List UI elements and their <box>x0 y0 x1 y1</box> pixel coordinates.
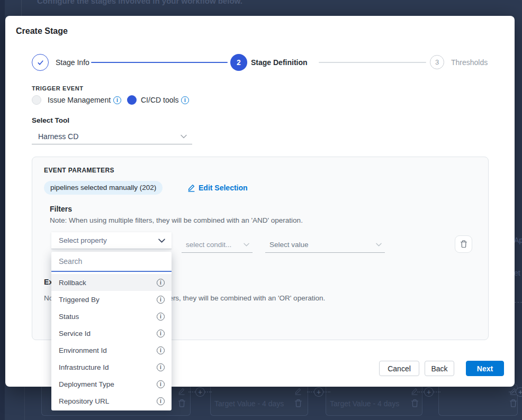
tool-select[interactable]: Harness CD <box>32 129 192 144</box>
radio-label-issue-management[interactable]: Issue Management <box>48 96 111 104</box>
trash-icon <box>294 399 302 408</box>
stepper-connector <box>91 62 228 63</box>
trigger-event-label: TRIGGER EVENT <box>32 85 84 92</box>
condition-select-placeholder: select condit... <box>186 241 244 249</box>
background-text-fragment: Ap <box>514 236 522 244</box>
event-parameters-heading: EVENT PARAMETERS <box>44 167 114 174</box>
dropdown-option-service-id[interactable]: Service Idi <box>51 325 172 342</box>
edit-icon <box>178 388 185 395</box>
step-stage-definition[interactable]: 2 <box>230 54 247 71</box>
filters-note: Note: When using multiple filters, they … <box>50 216 303 224</box>
radio-cicd-tools[interactable] <box>127 95 137 105</box>
background-sidebar-strip <box>0 0 5 420</box>
chevron-down-icon <box>376 243 382 246</box>
chevron-down-icon <box>244 243 249 246</box>
select-tool-label: Select Tool <box>32 116 69 124</box>
step-number: 2 <box>237 58 241 67</box>
step-label-thresholds: Thresholds <box>451 58 488 67</box>
step-thresholds[interactable]: 3 <box>430 55 444 69</box>
chevron-down-icon <box>181 134 187 139</box>
add-stage-connector: + <box>188 387 212 397</box>
dropdown-option-list: Rollbacki Triggered Byi Statusi Service … <box>51 272 172 409</box>
remove-filter-button[interactable] <box>455 235 472 253</box>
background-divider <box>21 0 22 16</box>
target-value-label: Target Value - 4 days <box>214 399 284 408</box>
edit-selection-label: Edit Selection <box>199 184 248 192</box>
info-icon[interactable]: i <box>157 296 165 304</box>
info-icon[interactable]: i <box>157 363 165 371</box>
info-icon[interactable]: i <box>157 397 165 405</box>
background-stage-card <box>438 384 518 416</box>
edit-icon <box>187 184 195 192</box>
background-text-fragment: et <box>514 269 520 277</box>
value-select[interactable]: Select value <box>265 237 385 253</box>
value-select-placeholder: Select value <box>269 241 376 249</box>
background-subtitle: Configure the stages involved in your wo… <box>37 0 242 5</box>
background-dashed-line <box>515 302 522 303</box>
step-number: 3 <box>435 58 439 66</box>
info-icon[interactable]: i <box>157 380 165 388</box>
step-stage-info[interactable] <box>32 54 49 71</box>
check-icon <box>37 59 44 67</box>
condition-select[interactable]: select condit... <box>182 237 253 253</box>
info-icon[interactable]: i <box>181 96 189 104</box>
step-label-stage-info[interactable]: Stage Info <box>56 58 89 67</box>
edit-icon <box>294 388 302 395</box>
next-button[interactable]: Next <box>466 361 504 376</box>
plus-icon: + <box>195 387 205 397</box>
dropdown-option-rollback[interactable]: Rollbacki <box>51 274 172 291</box>
screen: Configure the stages involved in your wo… <box>0 0 522 420</box>
trash-icon <box>411 399 419 408</box>
stepper-connector <box>319 62 426 63</box>
trash-icon <box>178 399 186 408</box>
info-icon[interactable]: i <box>157 313 165 321</box>
info-icon[interactable]: i <box>157 330 165 337</box>
target-value-label: Target Value - 4 days <box>330 399 399 408</box>
dropdown-option-infrastructure-id[interactable]: Infrastructure Idi <box>51 359 172 376</box>
step-label-stage-definition: Stage Definition <box>251 58 308 67</box>
info-icon[interactable]: i <box>157 279 165 287</box>
cancel-button[interactable]: Cancel <box>379 361 419 376</box>
background-divider <box>24 387 25 420</box>
plus-icon: + <box>314 387 323 397</box>
filters-heading: Filters <box>50 205 72 213</box>
tool-select-value: Harness CD <box>38 132 181 141</box>
trash-icon <box>460 240 467 248</box>
property-select[interactable]: Select property <box>51 232 172 249</box>
property-dropdown: Select property Rollbacki Triggered Byi … <box>51 232 172 410</box>
radio-label-cicd-tools[interactable]: CI/CD tools <box>141 96 179 104</box>
trash-icon <box>509 399 517 408</box>
info-icon[interactable]: i <box>113 96 121 104</box>
property-dropdown-popover: Rollbacki Triggered Byi Statusi Service … <box>51 252 172 410</box>
plus-icon: + <box>516 387 522 397</box>
add-stage-connector: + <box>417 387 440 397</box>
add-stage-connector: + <box>307 387 330 397</box>
dropdown-search-input[interactable] <box>51 252 172 272</box>
modal-title: Create Stage <box>16 26 68 36</box>
edit-selection-link[interactable]: Edit Selection <box>187 181 248 195</box>
dropdown-option-environment-id[interactable]: Environment Idi <box>51 342 172 359</box>
create-stage-modal: Create Stage Stage Info 2 Stage Definiti… <box>5 16 515 387</box>
back-button[interactable]: Back <box>425 361 454 376</box>
add-stage-connector: + <box>509 387 522 397</box>
selection-pill: pipelines selected manually (202) <box>44 181 163 195</box>
dropdown-option-status[interactable]: Statusi <box>51 308 172 325</box>
chevron-down-icon <box>158 239 165 243</box>
dropdown-option-repository-url[interactable]: Repository URLi <box>51 392 172 409</box>
plus-icon: + <box>424 387 434 397</box>
dropdown-option-deployment-type[interactable]: Deployment Typei <box>51 376 172 392</box>
dropdown-option-triggered-by[interactable]: Triggered Byi <box>51 291 172 308</box>
info-icon[interactable]: i <box>157 346 165 354</box>
radio-issue-management[interactable] <box>32 95 41 105</box>
property-select-placeholder: Select property <box>59 236 158 244</box>
